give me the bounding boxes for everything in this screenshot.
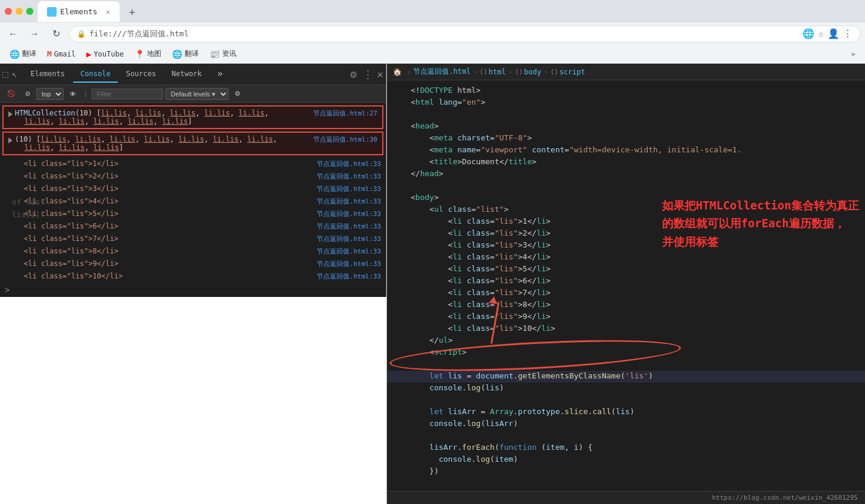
- bookmark-translate[interactable]: 🌐 翻译: [5, 47, 41, 61]
- close-btn[interactable]: [5, 8, 12, 15]
- li-link-4[interactable]: li.lis: [204, 109, 230, 117]
- bookmark-youtube[interactable]: ▶ YouTube: [82, 48, 129, 61]
- breadcrumb-body[interactable]: body: [524, 68, 541, 76]
- li-link-5[interactable]: li.lis: [239, 109, 264, 117]
- expand-icon-2[interactable]: [8, 137, 13, 143]
- code-line-close-foreach: }): [387, 466, 865, 478]
- li-item-7: <li class="lis">7</li> 节点返回值.html:33: [0, 233, 386, 245]
- prompt-chevron: >: [5, 285, 10, 295]
- translate-icon[interactable]: 🌐: [802, 28, 814, 39]
- code-line-meta-charset: <meta charset="UTF-8">: [387, 133, 865, 145]
- li-link-8[interactable]: li.lis: [93, 117, 119, 126]
- entry2-header: (10) [li.lis, li.lis, li.lis, li.lis, li…: [8, 135, 377, 152]
- webpage-content: of lis) lis[i]): [0, 183, 57, 231]
- status-url: https://blog.csdn.net/weixin_42681295: [712, 494, 858, 502]
- nav-bar: ← → ↻ 🔒 file:///节点返回值.html 🌐 ☆ 👤 ⋮: [0, 23, 865, 45]
- breadcrumb-bar: 🏠 › 节点返回值.html › ⟨⟩ html › ⟨⟩ body › ⟨⟩ …: [387, 64, 865, 80]
- tab-label: Elements: [60, 7, 98, 16]
- li-link-6[interactable]: li.lis: [24, 117, 50, 126]
- tab-console[interactable]: Console: [73, 66, 118, 83]
- li-link-10[interactable]: li.lis: [162, 117, 188, 126]
- tab-close[interactable]: ✕: [106, 8, 110, 16]
- lock-icon: 🔒: [77, 30, 86, 38]
- gmail-icon: M: [47, 49, 52, 58]
- li-link-2[interactable]: li.lis: [135, 109, 161, 117]
- bookmark-label: YouTube: [93, 50, 124, 58]
- stop-btn[interactable]: ⊘: [21, 89, 34, 99]
- back-btn[interactable]: ←: [5, 26, 21, 42]
- code-line-blank2: [387, 180, 865, 192]
- youtube-icon: ▶: [86, 49, 91, 59]
- browser-tab[interactable]: Elements ✕: [37, 1, 120, 22]
- code-line-li7: <li class="lis">7</li>: [387, 287, 865, 299]
- console-entry-array: (10) [li.lis, li.lis, li.lis, li.lis, li…: [2, 132, 383, 155]
- maximize-btn[interactable]: [26, 8, 33, 15]
- tab-sources[interactable]: Sources: [119, 66, 164, 83]
- chrome-title-bar: Elements ✕ +: [0, 0, 865, 23]
- levels-select[interactable]: Default levels ▾: [165, 88, 229, 100]
- eye-btn[interactable]: 👁: [66, 89, 80, 99]
- expand-icon[interactable]: [8, 111, 13, 117]
- reload-btn[interactable]: ↻: [48, 26, 64, 42]
- star-icon[interactable]: ☆: [818, 28, 824, 39]
- code-line-doctype: <!DOCTYPE html>: [387, 85, 865, 97]
- bookmark-gmail[interactable]: M Gmail: [42, 48, 80, 60]
- li-link-9[interactable]: li.lis: [127, 117, 153, 126]
- breadcrumb-script[interactable]: script: [560, 68, 585, 76]
- bookmark-label: Gmail: [54, 50, 76, 58]
- file-ref-1: 节点返回值.html:27: [313, 109, 377, 118]
- minimize-btn[interactable]: [15, 8, 23, 15]
- globe2-icon: 🌐: [172, 49, 182, 59]
- entry2-text: (10) [li.lis, li.lis, li.lis, li.lis, li…: [15, 135, 308, 152]
- console-prompt[interactable]: >: [0, 283, 386, 297]
- tab-more[interactable]: »: [210, 64, 230, 84]
- tab-elements[interactable]: Elements: [23, 66, 72, 83]
- code-line-blank1: [387, 109, 865, 121]
- tab-network[interactable]: Network: [164, 66, 209, 83]
- maps-icon: 📍: [135, 49, 145, 59]
- bookmark-news[interactable]: 📰 资讯: [205, 47, 241, 61]
- breadcrumb-html[interactable]: html: [489, 68, 506, 76]
- new-tab-btn[interactable]: +: [124, 3, 140, 20]
- code-line-li8: <li class="lis">8</li>: [387, 299, 865, 311]
- code-line-head-close: </head>: [387, 168, 865, 180]
- console-entry-htmlcollection: HTMLCollection(10) [li.lis, li.lis, li.l…: [2, 105, 383, 129]
- news-icon: 📰: [210, 49, 220, 59]
- bookmarks-bar: 🌐 翻译 M Gmail ▶ YouTube 📍 地图 🌐 翻译 📰 资讯 »: [0, 45, 865, 64]
- li-link-1[interactable]: li.lis: [101, 109, 127, 117]
- code-line-li4: <li class="lis">4</li>: [387, 252, 865, 264]
- li-item-2: <li class="lis">2</li> 节点返回值.html:33: [0, 170, 386, 183]
- account-icon[interactable]: 👤: [827, 28, 839, 39]
- more-bookmarks[interactable]: »: [846, 49, 860, 58]
- pointer-icon: ↖: [12, 68, 18, 80]
- code-line-foreach: lisArr.forEach(function (item, i) {: [387, 442, 865, 454]
- filter-input[interactable]: [92, 89, 163, 99]
- code-line-ul-close: </ul>: [387, 335, 865, 347]
- li-item-5: <li class="lis">5</li> 节点返回值.html:33: [0, 208, 386, 220]
- settings-icon[interactable]: ⚙: [350, 68, 357, 80]
- breadcrumb-home-icon: 🏠: [393, 68, 402, 76]
- code-line-li10: <li class="lis">10</li>: [387, 323, 865, 335]
- li-item-3: <li class="lis">3</li> 节点返回值.html:33: [0, 183, 386, 195]
- li-link-7[interactable]: li.lis: [59, 117, 85, 126]
- li-item-1: <li class="lis">1</li> 节点返回值.html:33: [0, 158, 386, 170]
- code-line-title: <title>Document</title>: [387, 156, 865, 168]
- bookmark-translate2[interactable]: 🌐 翻译: [167, 47, 204, 61]
- bookmark-label: 翻译: [185, 49, 199, 59]
- bookmark-maps[interactable]: 📍 地图: [130, 47, 166, 61]
- webpage-panel: of lis) lis[i]) ⬚ ↖ Elements Console Sou…: [0, 64, 387, 504]
- close-devtools-icon[interactable]: ✕: [377, 68, 383, 80]
- li-link-3[interactable]: li.lis: [170, 109, 195, 117]
- li-item-4: <li class="lis">4</li> 节点返回值.html:33: [0, 195, 386, 208]
- more-icon[interactable]: ⋮: [363, 68, 373, 80]
- url-bar[interactable]: 🔒 file:///节点返回值.html 🌐 ☆ 👤 ⋮: [69, 26, 860, 42]
- forward-btn[interactable]: →: [26, 26, 43, 42]
- context-select[interactable]: top: [36, 88, 64, 100]
- breadcrumb-file[interactable]: 节点返回值.html: [413, 67, 470, 77]
- devtools-tab-bar: ⬚ ↖ Elements Console Sources Network » ⚙…: [0, 64, 386, 85]
- gear-icon[interactable]: ⚙: [231, 89, 244, 99]
- tab-favicon: [47, 7, 57, 17]
- clear-console-btn[interactable]: 🚫: [4, 89, 19, 99]
- menu-icon[interactable]: ⋮: [843, 28, 852, 39]
- breadcrumb-sep4: ›: [544, 68, 548, 76]
